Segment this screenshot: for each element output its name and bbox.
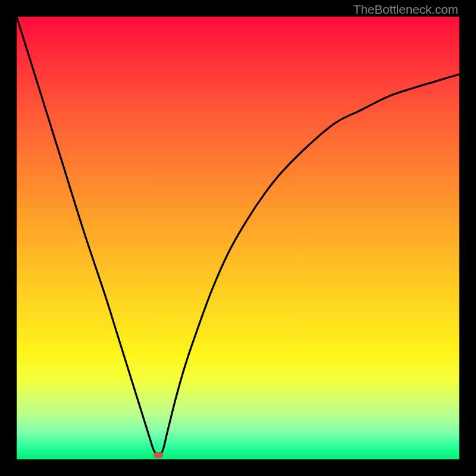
bottleneck-curve (17, 17, 459, 459)
minimum-marker (154, 452, 163, 458)
plot-area (17, 17, 459, 459)
attribution-label: TheBottleneck.com (353, 2, 458, 17)
chart-frame: TheBottleneck.com (0, 0, 476, 476)
